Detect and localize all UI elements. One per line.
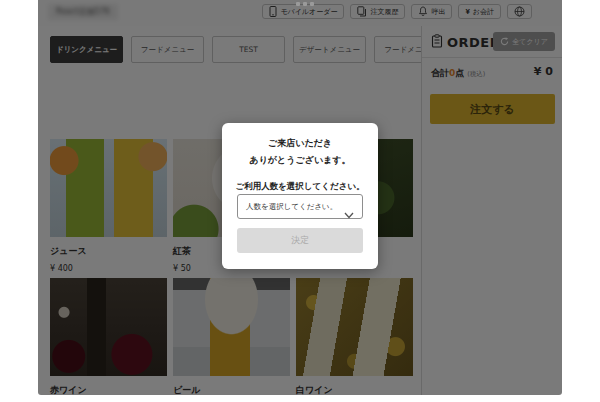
page: React店舗576 モバイルオーダー 注文履歴 [0,0,600,402]
guest-count-modal: ご来店いただき ありがとうございます。 ご利用人数を選択してください。 人数を選… [222,123,378,269]
welcome-text-line2: ありがとうございます。 [222,154,378,167]
guest-count-select[interactable]: 人数を選択してください。 [237,194,363,219]
select-placeholder: 人数を選択してください。 [238,202,337,212]
welcome-text-line1: ご来店いただき [222,137,378,150]
chevron-down-icon [344,204,354,223]
confirm-button[interactable]: 決定 [237,228,363,253]
ellipsis-indicator [296,2,314,6]
select-guests-prompt: ご利用人数を選択してください。 [222,181,378,193]
